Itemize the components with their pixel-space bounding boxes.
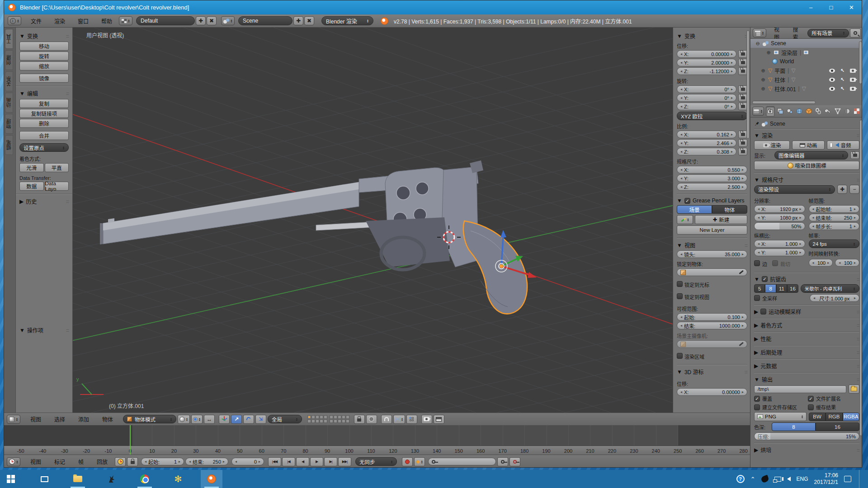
translate-button[interactable]: 移动: [19, 42, 69, 51]
antialiasing-checkbox[interactable]: [762, 276, 768, 282]
outliner-row-scene[interactable]: ⊖ Scene: [750, 39, 862, 48]
delete-button[interactable]: 删除: [19, 119, 69, 128]
motion-blur-checkbox[interactable]: [760, 309, 766, 314]
jump-next-keyframe-button[interactable]: ▶|: [324, 457, 337, 466]
outliner-row-cylinder[interactable]: ⊕ ▽ 柱体 | ▽ ↖: [750, 75, 862, 84]
rotate-button[interactable]: 旋转: [19, 52, 69, 61]
pivot-align-toggle[interactable]: ↔: [204, 415, 215, 424]
panel-transform-header[interactable]: ▼变换::::: [677, 32, 747, 40]
timeline-menu-frame[interactable]: 帧: [72, 458, 90, 465]
aa-samples-8[interactable]: 8: [765, 284, 776, 293]
scene-icon-button[interactable]: ▲▼: [221, 16, 235, 25]
aa-samples-16[interactable]: 16: [787, 284, 798, 293]
frame-end-field[interactable]: ◂结束帧:250▸: [809, 214, 860, 221]
gp-scene-button[interactable]: 场景: [677, 205, 712, 214]
viewport-3d[interactable]: y 用户视图 (透视) (0) 立方体.001 工具 创建 关系 动画 物理 蜡…: [4, 28, 750, 413]
viewport-shading-dropdown[interactable]: ▲▼: [178, 415, 190, 424]
cursor-x-field[interactable]: ◂X:0.00000▸: [677, 388, 747, 396]
location-y-field[interactable]: ◂Y:2.00000▸: [677, 59, 736, 66]
mirror-button[interactable]: 镜像: [19, 74, 69, 83]
location-x-field[interactable]: ◂X:0.00000▸: [677, 50, 736, 58]
jump-to-end-button[interactable]: ▶▶|: [338, 457, 351, 466]
play-reverse-button[interactable]: ◀: [296, 457, 309, 466]
rotation-z-field[interactable]: ◂Z:0°▸: [677, 103, 736, 110]
render-presets-dropdown[interactable]: 渲染预设▲▼: [754, 185, 835, 194]
output-path-field[interactable]: /tmp\: [754, 385, 846, 393]
depth-16-button[interactable]: 16: [816, 422, 859, 431]
panel-dimensions-header[interactable]: ▼规格尺寸::::: [754, 176, 859, 183]
tab-constraints[interactable]: [814, 106, 823, 117]
outliner-horizontal-scrollbar[interactable]: [752, 101, 816, 104]
lock-scale-z-button[interactable]: [738, 148, 747, 155]
layers-widget-right[interactable]: [329, 415, 350, 423]
duplicate-linked-button[interactable]: 复制链接项: [19, 109, 69, 118]
tab-tools[interactable]: 工具: [5, 29, 13, 49]
visibility-eye-icon[interactable]: [829, 69, 835, 73]
frame-step-field[interactable]: ◂帧步长:1▸: [809, 222, 860, 230]
revolver-grip-selected[interactable]: [463, 221, 527, 314]
panel-operator-header[interactable]: ▼操作项::::: [19, 326, 69, 334]
preset-add-button[interactable]: ✚: [837, 185, 847, 194]
manipulator-translate-button[interactable]: ↗: [231, 415, 242, 424]
lock-rotation-y-button[interactable]: [738, 94, 747, 102]
viewport-editor-type-button[interactable]: ▲▼: [7, 415, 20, 424]
timeline-editor-type-button[interactable]: ▲▼: [7, 457, 20, 466]
file-explorer-button[interactable]: [67, 470, 89, 488]
outliner-vertical-scrollbar[interactable]: [859, 41, 862, 84]
outliner-row-world[interactable]: World: [750, 57, 862, 66]
file-extensions-checkbox[interactable]: [808, 396, 814, 402]
jump-to-start-button[interactable]: |◀◀: [268, 457, 281, 466]
location-z-field[interactable]: ◂Z:-1.12000▸: [677, 67, 736, 75]
compression-slider[interactable]: 压缩:15%: [754, 432, 859, 440]
set-origin-dropdown[interactable]: 设置原点▲▼: [19, 143, 69, 152]
aa-filter-size-field[interactable]: ◂尺寸:1.000 px▸: [810, 294, 859, 302]
transform-orientation-dropdown[interactable]: 全局▲▼: [268, 415, 302, 423]
panel-transform-header[interactable]: ▼变换::::: [19, 32, 69, 40]
tab-material[interactable]: [843, 106, 852, 117]
resolution-percentage-slider[interactable]: 50%: [754, 222, 805, 230]
manipulator-scale-button[interactable]: ⇲: [255, 415, 266, 424]
gp-new-layer-button[interactable]: New Layer: [677, 225, 747, 235]
tab-animation[interactable]: 动画: [5, 93, 13, 113]
resolution-x-field[interactable]: ◂X:1920 px▸: [754, 205, 805, 213]
depth-8-button[interactable]: 8: [772, 422, 816, 431]
insert-keyframe-button[interactable]: [497, 457, 508, 466]
delete-keyframe-button[interactable]: [509, 457, 520, 466]
jump-prev-keyframe-button[interactable]: |◀: [282, 457, 295, 466]
color-bw-button[interactable]: BW: [809, 413, 826, 421]
lock-location-x-button[interactable]: [738, 50, 747, 58]
tab-physics[interactable]: 物理: [5, 114, 13, 134]
lock-rotation-x-button[interactable]: [738, 85, 747, 93]
action-center-icon[interactable]: [844, 476, 851, 482]
timeline-menu-playback[interactable]: 回放: [91, 458, 113, 465]
lock-to-object-field[interactable]: [677, 268, 747, 276]
tab-create[interactable]: 创建: [5, 50, 13, 70]
render-display-dropdown[interactable]: 图像编辑器▲▼: [774, 151, 848, 160]
aa-filter-dropdown[interactable]: 米歇尔 - 内卓瓦利▲▼: [801, 284, 859, 293]
lock-location-y-button[interactable]: [738, 59, 747, 66]
delete-layout-button[interactable]: ✖: [207, 16, 217, 25]
panel-view-header[interactable]: ▼视图::::: [677, 241, 747, 249]
render-engine-dropdown[interactable]: Blender 渲染▲▼: [321, 16, 373, 25]
snap-element-dropdown[interactable]: |+|▲▼: [393, 415, 405, 424]
editor-type-button[interactable]: i▲▼: [8, 16, 21, 25]
dimension-x-field[interactable]: ◂X:0.550▸: [677, 166, 747, 174]
scene-name-field[interactable]: Scene: [238, 16, 292, 25]
menu-help[interactable]: 帮助: [95, 17, 118, 25]
timeline-track[interactable]: [4, 425, 750, 446]
duplicate-button[interactable]: 复制: [19, 99, 69, 108]
layers-widget-left[interactable]: [307, 415, 328, 423]
render-audio-button[interactable]: 音频: [827, 141, 859, 150]
close-button[interactable]: ✕: [841, 0, 862, 14]
color-rgba-button[interactable]: RGBA: [843, 413, 859, 421]
panel-motion-blur-header[interactable]: ▶运动模糊采样::::: [754, 308, 859, 315]
lock-interface-button[interactable]: 喧染目錄圖標: [754, 161, 859, 170]
gp-object-button[interactable]: 物体: [712, 205, 747, 214]
lock-to-cursor-checkbox[interactable]: [677, 281, 683, 287]
rotation-x-field[interactable]: ◂X:0°▸: [677, 85, 736, 93]
visibility-eye-icon[interactable]: [829, 78, 835, 82]
lock-location-z-button[interactable]: [738, 67, 747, 75]
render-still-button[interactable]: 渲染: [754, 141, 790, 150]
scale-y-field[interactable]: ◂Y:2.466▸: [677, 139, 736, 147]
timeline-ruler[interactable]: -50-40-30-20-100102030405060708090100110…: [4, 446, 750, 455]
